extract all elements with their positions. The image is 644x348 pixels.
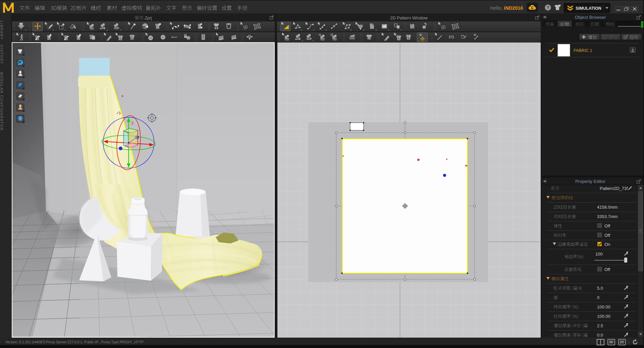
svg-text:?: ? bbox=[547, 5, 549, 10]
svg-text:C: C bbox=[531, 6, 534, 10]
